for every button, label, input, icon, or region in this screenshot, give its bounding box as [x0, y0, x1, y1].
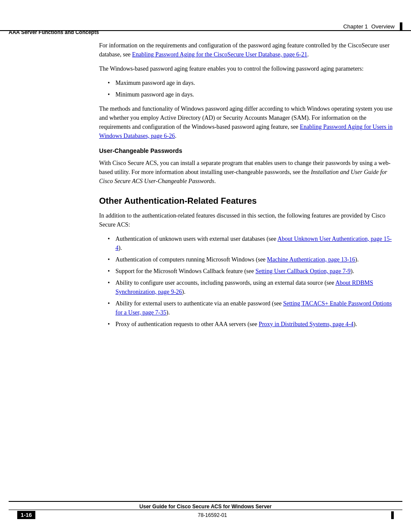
page-number: 1-16	[17, 511, 35, 519]
footer-guide-label: User Guide for Cisco Secure ACS for Wind…	[0, 502, 411, 510]
paragraph-3-end: .	[175, 133, 177, 139]
feature-1-end: ).	[118, 245, 122, 251]
feature-item-2: Authentication of computers running Micr…	[108, 255, 394, 264]
paragraph-1-end: .	[307, 51, 309, 58]
feature-3-text: Support for the Microsoft Windows Callba…	[115, 268, 255, 274]
bullet-item-1: Maximum password age in days.	[108, 78, 394, 87]
chapter-label: Chapter 1	[343, 23, 368, 30]
footer-guide-text: User Guide for Cisco Secure ACS for Wind…	[140, 504, 272, 510]
feature-item-6: Proxy of authentication requests to othe…	[108, 320, 394, 329]
feature-6-end: ).	[354, 321, 357, 327]
feature-item-5: Ability for external users to authentica…	[108, 299, 394, 317]
feature-1-text: Authentication of unknown users with ext…	[115, 236, 277, 242]
doc-number: 78-16592-01	[198, 512, 227, 518]
feature-2-end: ).	[355, 256, 358, 263]
feature-5-end: ).	[166, 309, 170, 316]
feature-item-3: Support for the Microsoft Windows Callba…	[108, 267, 394, 276]
link-proxy-distributed[interactable]: Proxy in Distributed Systems, page 4-4	[258, 321, 353, 327]
feature-3-end: ).	[351, 268, 354, 274]
feature-bullet-list: Authentication of unknown users with ext…	[108, 234, 394, 329]
feature-item-1: Authentication of unknown users with ext…	[108, 234, 394, 252]
link-machine-auth[interactable]: Machine Authentication, page 13-16	[267, 256, 355, 263]
feature-6-text: Proxy of authentication requests to othe…	[115, 321, 258, 327]
feature-2-text: Authentication of computers running Micr…	[115, 256, 267, 263]
feature-4-end: ).	[182, 289, 185, 295]
paragraph-1: For information on the requirements and …	[99, 41, 394, 59]
feature-item-4: Ability to configure user accounts, incl…	[108, 278, 394, 296]
paragraph-4-end: .	[215, 178, 216, 184]
paragraph-4: With Cisco Secure ACS, you can install a…	[99, 159, 394, 186]
header-right-bar	[400, 22, 402, 30]
footer-bottom: 1-16 78-16592-01	[9, 510, 402, 519]
bullet-list-1: Maximum password age in days. Minimum pa…	[108, 78, 394, 99]
feature-4-text: Ability to configure user accounts, incl…	[115, 280, 335, 286]
subheading-user-changeable: User-Changeable Passwords	[99, 147, 394, 154]
footer-right-bar	[391, 511, 394, 519]
feature-5-text: Ability for external users to authentica…	[115, 300, 283, 307]
paragraph-5: In addition to the authentication-relate…	[99, 211, 394, 229]
link-callback-option[interactable]: Setting User Callback Option, page 7-9	[255, 268, 351, 274]
main-content: For information on the requirements and …	[99, 41, 394, 334]
bullet-item-2: Minimum password age in days.	[108, 90, 394, 99]
page-container: Chapter 1 Overview AAA Server Functions …	[0, 0, 411, 532]
paragraph-2: The Windows-based password aging feature…	[99, 64, 394, 73]
page-footer: User Guide for Cisco Secure ACS for Wind…	[0, 501, 411, 519]
paragraph-3: The methods and functionality of Windows…	[99, 104, 394, 140]
link-enabling-password-aging[interactable]: Enabling Password Aging for the CiscoSec…	[132, 51, 308, 58]
overview-label: Overview	[371, 23, 395, 30]
sidebar-section-label: AAA Server Functions and Concepts	[9, 29, 99, 35]
section-heading-other-auth: Other Authentication-Related Features	[99, 196, 394, 206]
